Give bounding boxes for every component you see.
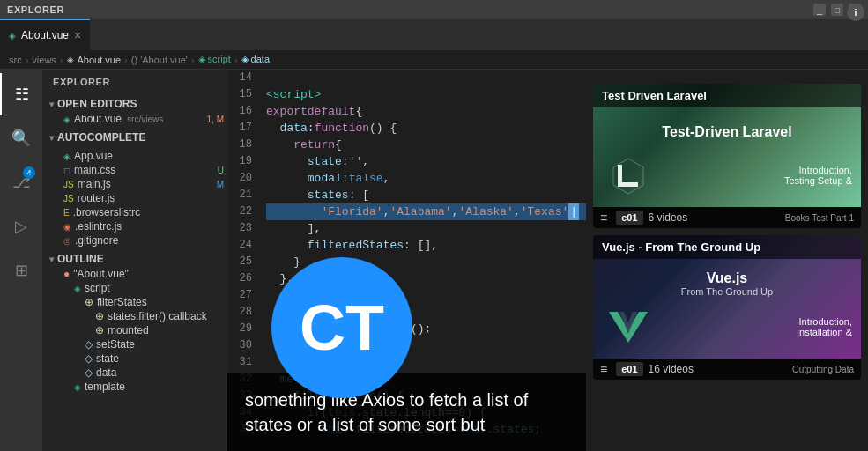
- title-bar: EXPLORER ⎯ □ ✕: [0, 0, 868, 19]
- autocomplete-header[interactable]: ▾ AUTOCOMPLETE: [42, 129, 227, 145]
- outline-header[interactable]: ▾ OUTLINE: [42, 251, 227, 267]
- laravel-card[interactable]: Test Driven Laravel Test-Driven Laravel …: [593, 84, 861, 228]
- breadcrumb-sep2: ›: [60, 55, 63, 65]
- activity-extensions[interactable]: ⊞: [0, 249, 42, 292]
- breadcrumb-scope: () 'About.vue': [131, 55, 188, 65]
- tab-bar: ◈ About.vue ×: [0, 19, 868, 50]
- open-editors-chevron: ▾: [49, 100, 54, 109]
- code-line-17: data: function () {: [266, 120, 586, 137]
- autocomplete-chevron: ▾: [49, 133, 54, 143]
- breadcrumb-sep1: ›: [26, 55, 29, 65]
- minimize-icon[interactable]: ⎯: [813, 4, 826, 16]
- sidebar-file-name: About.vue: [74, 113, 122, 125]
- outline-mounted-icon: ⊕: [95, 324, 104, 336]
- vue-videos-count: 16 videos: [649, 363, 694, 375]
- laravel-subtitle-area: Test-Driven Laravel: [593, 117, 861, 140]
- vue-card-footer: ≡ e01 16 videos Outputting Data: [593, 359, 861, 380]
- open-editors-section: ▾ OPEN EDITORS ◈ About.vue src/views 1, …: [42, 94, 227, 128]
- sidebar-router-js[interactable]: JS router.js: [42, 191, 227, 205]
- vue-logo: [602, 300, 655, 353]
- sidebar-browserslistrc[interactable]: E .browserslistrc: [42, 205, 227, 219]
- laravel-side-text: Introduction,Testing Setup &: [784, 165, 852, 186]
- sidebar-app-vue[interactable]: ◈ App.vue: [42, 149, 227, 163]
- sidebar-gitignore[interactable]: ◎ .gitignore: [42, 233, 227, 248]
- outline-mounted[interactable]: ⊕ mounted: [42, 323, 227, 337]
- activity-source-control[interactable]: ⎇ 4: [0, 161, 42, 203]
- caption-text: something like Axios to fetch a list ofs…: [245, 390, 528, 434]
- laravel-card-footer: ≡ e01 6 videos Books Test Part 1: [593, 207, 861, 228]
- laravel-logo-area: Introduction,Testing Setup &: [593, 149, 861, 207]
- laravel-svg: [605, 152, 653, 200]
- breadcrumb-sep4: ›: [191, 55, 195, 65]
- activity-search[interactable]: 🔍: [0, 117, 42, 159]
- outline-mounted-name: mounted: [108, 324, 149, 336]
- eslintrc-icon: ◉: [63, 222, 71, 232]
- code-line-16: export default {: [266, 103, 586, 120]
- vue-logo-area: Introduction,Installation &: [593, 300, 861, 359]
- source-control-badge: 4: [23, 166, 35, 179]
- outline-about-vue[interactable]: ● "About.vue": [42, 267, 227, 281]
- outline-template-icon: ◈: [74, 382, 81, 392]
- tab-vue-icon: ◈: [9, 31, 16, 41]
- sidebar-item-about-vue[interactable]: ◈ About.vue src/views 1, M: [42, 112, 227, 126]
- vue-card[interactable]: Vue.js - From The Ground Up Vue.js From …: [593, 235, 861, 380]
- laravel-card-subtitle: Test-Driven Laravel: [593, 124, 861, 140]
- open-editors-header[interactable]: ▾ OPEN EDITORS: [42, 96, 227, 112]
- breadcrumb-views: views: [32, 55, 56, 65]
- code-line-24: filteredStates: [],: [266, 237, 586, 254]
- outline-data[interactable]: ◇ data: [42, 366, 227, 380]
- outline-callback-name: states.filter() callback: [108, 310, 207, 322]
- breadcrumb-sep3: ›: [124, 55, 128, 65]
- gitignore-icon: ◎: [63, 236, 71, 246]
- menu-icon-vue: ≡: [600, 362, 607, 376]
- main-css-name: main.css: [74, 164, 115, 176]
- activity-bar: ☷ 🔍 ⎇ 4 ▷ ⊞: [0, 70, 42, 451]
- sidebar: EXPLORER ▾ OPEN EDITORS ◈ About.vue src/…: [42, 70, 227, 451]
- eslintrc-name: .eslintrc.js: [75, 220, 122, 233]
- title-bar-title: EXPLORER: [7, 4, 64, 15]
- outline-state[interactable]: ◇ state: [42, 351, 227, 366]
- tab-about-vue[interactable]: ◈ About.vue ×: [0, 19, 90, 50]
- sidebar-eslintrc[interactable]: ◉ .eslintrc.js: [42, 219, 227, 233]
- maximize-icon[interactable]: □: [831, 4, 843, 16]
- vue-side-text: Introduction,Installation &: [797, 316, 852, 337]
- main-js-badge: M: [217, 180, 224, 189]
- files-section: ◈ App.vue ◻ main.css U JS main.js M JS r…: [42, 147, 227, 249]
- app-vue-name: App.vue: [74, 150, 113, 162]
- vue-card-subtitle-small: From The Ground Up: [593, 286, 861, 297]
- breadcrumb-sep5: ›: [234, 55, 238, 65]
- breadcrumb-data: ◈ data: [241, 54, 270, 65]
- laravel-card-title: Test Driven Laravel: [593, 84, 861, 107]
- outline-set-state[interactable]: ◇ setState: [42, 337, 227, 351]
- activity-explorer[interactable]: ☷: [0, 73, 42, 115]
- app-vue-icon: ◈: [63, 152, 70, 161]
- outline-script[interactable]: ◈ script: [42, 281, 227, 295]
- breadcrumb-src: src: [9, 55, 22, 65]
- breadcrumb-file: About.vue: [78, 55, 122, 65]
- laravel-footer-text: Books Test Part 1: [785, 213, 854, 223]
- vue-card-inner: Vue.js - From The Ground Up Vue.js From …: [593, 235, 861, 359]
- activity-debug[interactable]: ▷: [0, 205, 42, 248]
- vue-card-title: Vue.js - From The Ground Up: [593, 235, 861, 259]
- main-js-icon: JS: [63, 180, 74, 189]
- outline-script-name: script: [85, 282, 110, 294]
- vue-episode-badge: e01: [616, 362, 642, 376]
- outline-filter-icon: ⊕: [85, 296, 93, 308]
- code-line-21: states: [: [266, 187, 586, 203]
- main-js-name: main.js: [78, 178, 111, 190]
- outline-state-name: state: [96, 352, 119, 365]
- vue-subtitle-area: Vue.js From The Ground Up: [593, 263, 861, 297]
- sidebar-main-js[interactable]: JS main.js M: [42, 177, 227, 191]
- tab-close-button[interactable]: ×: [74, 28, 81, 42]
- outline-callback-icon: ⊕: [95, 310, 104, 322]
- outline-script-icon: ◈: [74, 284, 81, 293]
- code-line-18: return {: [266, 137, 586, 153]
- code-line-15: <script>: [266, 86, 586, 103]
- laravel-card-inner: Test Driven Laravel Test-Driven Laravel …: [593, 84, 861, 207]
- outline-filter-states[interactable]: ⊕ filterStates: [42, 295, 227, 309]
- outline-section: ▾ OUTLINE ● "About.vue" ◈ script ⊕ filte…: [42, 249, 227, 396]
- laravel-episode-badge: e01: [616, 211, 642, 225]
- outline-filter-callback[interactable]: ⊕ states.filter() callback: [42, 309, 227, 323]
- outline-template[interactable]: ◈ template: [42, 380, 227, 394]
- sidebar-main-css[interactable]: ◻ main.css U: [42, 163, 227, 177]
